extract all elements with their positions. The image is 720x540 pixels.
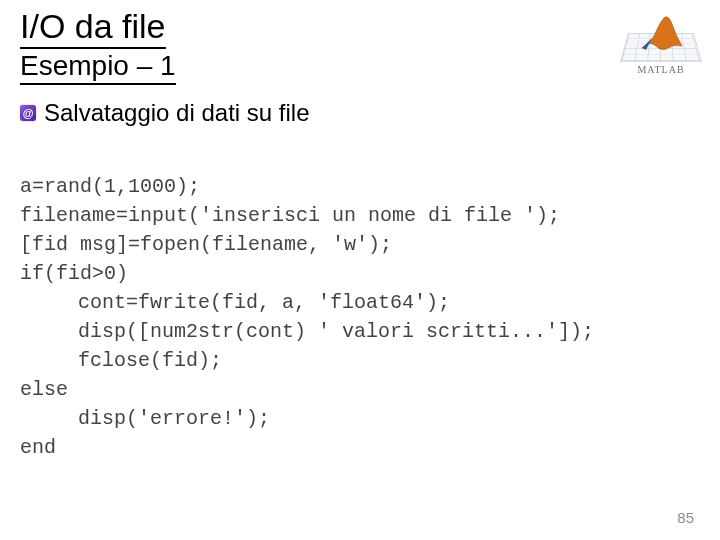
slide-subtitle: Esempio – 1 xyxy=(20,51,176,85)
slide: MATLAB I/O da file Esempio – 1 @ Salvata… xyxy=(0,0,720,540)
bullet-icon: @ xyxy=(20,105,36,121)
code-block: a=rand(1,1000); filename=input('inserisc… xyxy=(20,143,700,491)
page-number: 85 xyxy=(677,509,694,526)
slide-title: I/O da file xyxy=(20,8,166,49)
code-line: fclose(fid); xyxy=(20,346,700,375)
bullet-text: Salvataggio di dati su file xyxy=(44,99,310,127)
code-line: a=rand(1,1000); xyxy=(20,175,200,198)
code-line: else xyxy=(20,378,68,401)
code-line: disp([num2str(cont) ' valori scritti...'… xyxy=(20,317,700,346)
bullet-row: @ Salvataggio di dati su file xyxy=(20,99,700,127)
code-line: disp('errore!'); xyxy=(20,404,700,433)
code-line: filename=input('inserisci un nome di fil… xyxy=(20,204,560,227)
code-line: end xyxy=(20,436,56,459)
matlab-wave-icon xyxy=(638,14,684,54)
code-line: cont=fwrite(fid, a, 'float64'); xyxy=(20,288,700,317)
code-line: [fid msg]=fopen(filename, 'w'); xyxy=(20,233,392,256)
logo-text: MATLAB xyxy=(637,64,684,75)
code-line: if(fid>0) xyxy=(20,262,128,285)
matlab-logo: MATLAB xyxy=(616,8,706,86)
